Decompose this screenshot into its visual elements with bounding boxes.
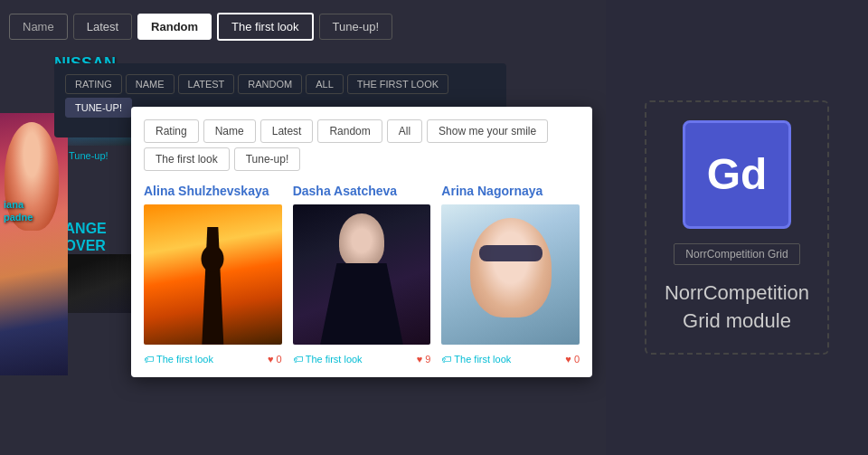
mf-all[interactable]: ALL	[306, 74, 344, 94]
right-panel: Gd NorrCompetition Grid NorrCompetitionG…	[606, 0, 868, 455]
person-card-2: Dasha Asatcheva 🏷 The first look ♥ 9	[293, 184, 431, 365]
people-grid: Alina Shulzhevskaya 🏷 The first look ♥ 0…	[144, 184, 580, 365]
heart-count-2: 9	[425, 354, 430, 365]
left-panel: Name Latest Random The first look Tune-u…	[0, 0, 606, 455]
person-name-1: Alina Shulzhevskaya	[144, 184, 282, 199]
main-filter-row: Rating Name Latest Random All Show me yo…	[144, 119, 580, 171]
logo-sublabel: NorrCompetition Grid	[674, 243, 799, 265]
gd-logo-text: Gd	[707, 149, 768, 199]
nissan-tag-label: Tune-up!	[69, 150, 108, 161]
nav-btn-latest[interactable]: Latest	[73, 14, 132, 40]
heart-section-3: ♥ 0	[565, 354, 580, 365]
mf-latest[interactable]: LATEST	[178, 74, 235, 94]
firstlook-tag-3: 🏷 The first look	[441, 354, 511, 365]
mf-tuneup[interactable]: TUNE-UP!	[65, 98, 132, 118]
tag-label-1: The first look	[156, 354, 213, 365]
heart-count-3: 0	[574, 354, 580, 365]
main-f-tuneup[interactable]: Tune-up!	[234, 147, 301, 171]
gd-logo-box: Gd	[683, 120, 791, 229]
heart-icon-2: ♥	[417, 354, 423, 365]
heart-section-2: ♥ 9	[417, 354, 431, 365]
tag-label-2: The first look	[306, 354, 363, 365]
tag-icon-3: 🏷	[441, 354, 451, 365]
mf-random[interactable]: RANDOM	[238, 74, 302, 94]
main-f-firstlook[interactable]: The first look	[144, 147, 230, 171]
main-f-name[interactable]: Name	[203, 119, 256, 143]
main-f-latest[interactable]: Latest	[260, 119, 314, 143]
main-f-smile[interactable]: Show me your smile	[427, 119, 548, 143]
tag-label-3: The first look	[454, 354, 511, 365]
heart-icon-3: ♥	[565, 354, 571, 365]
nav-btn-name[interactable]: Name	[9, 14, 68, 40]
person-card-1: Alina Shulzhevskaya 🏷 The first look ♥ 0	[144, 184, 282, 365]
mf-name[interactable]: NAME	[126, 74, 175, 94]
main-f-all[interactable]: All	[387, 119, 422, 143]
firstlook-tag-2: 🏷 The first look	[293, 354, 363, 365]
mf-firstlook[interactable]: THE FIRST LOOK	[347, 74, 448, 94]
mf-rating[interactable]: RATING	[65, 74, 122, 94]
person-photo-2	[293, 204, 431, 345]
main-f-random[interactable]: Random	[317, 119, 382, 143]
person-photo-3	[441, 204, 580, 345]
person-left-card	[0, 113, 68, 375]
main-f-rating[interactable]: Rating	[144, 119, 199, 143]
person-image-left	[0, 113, 68, 375]
heart-count-1: 0	[277, 354, 282, 365]
person-footer-2: 🏷 The first look ♥ 9	[293, 350, 431, 365]
person-name-part2: padne	[4, 212, 33, 223]
tag-icon-1: 🏷	[144, 354, 154, 365]
nav-btn-firstlook[interactable]: The first look	[217, 13, 313, 41]
tag-icon-2: 🏷	[293, 354, 303, 365]
person-name-3: Arina Nagornaya	[441, 184, 580, 199]
nav-btn-tuneup[interactable]: Tune-up!	[319, 14, 393, 40]
right-panel-inner: Gd NorrCompetition Grid NorrCompetitionG…	[645, 100, 829, 355]
heart-section-1: ♥ 0	[268, 354, 282, 365]
heart-icon-1: ♥	[268, 354, 274, 365]
top-nav: Name Latest Random The first look Tune-u…	[0, 0, 606, 52]
firstlook-tag-1: 🏷 The first look	[144, 354, 213, 365]
left-text-overlay: iana padne	[0, 194, 68, 228]
nav-btn-random[interactable]: Random	[137, 14, 212, 40]
main-card: Rating Name Latest Random All Show me yo…	[131, 107, 592, 377]
person-footer-3: 🏷 The first look ♥ 0	[441, 350, 580, 365]
person-photo-1	[144, 204, 282, 345]
person-footer-1: 🏷 The first look ♥ 0	[144, 350, 282, 365]
person-name-2: Dasha Asatcheva	[293, 184, 431, 199]
module-title: NorrCompetitionGrid module	[665, 280, 809, 336]
person-name-part1: iana	[4, 199, 24, 210]
person-card-3: Arina Nagornaya 🏷 The first look ♥ 0	[441, 184, 580, 365]
